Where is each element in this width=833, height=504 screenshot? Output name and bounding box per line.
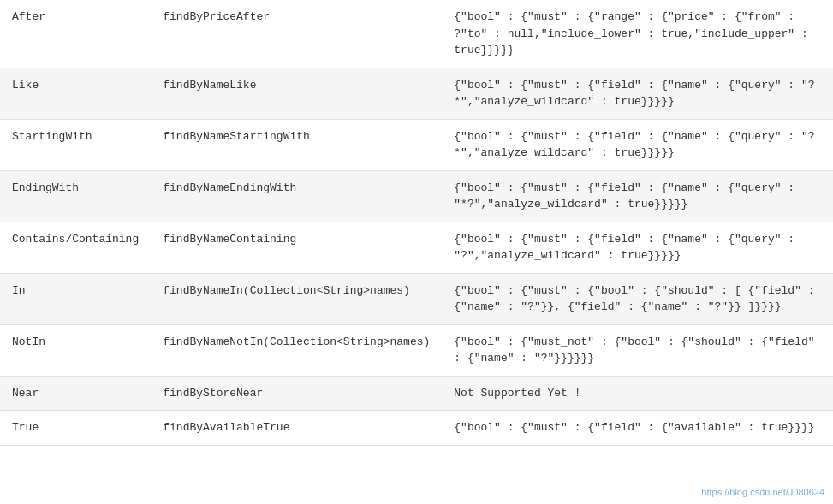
table-row: LikefindByNameLike{"bool" : {"must" : {"… xyxy=(0,68,833,119)
method-cell: findByNameEndingWith xyxy=(151,170,442,222)
keyword-cell: NotIn xyxy=(0,324,151,376)
keyword-cell: After xyxy=(0,0,151,68)
query-cell: Not Supported Yet ! xyxy=(442,376,833,411)
query-cell: {"bool" : {"must" : {"field" : {"name" :… xyxy=(442,222,833,273)
query-cell: {"bool" : {"must" : {"field" : {"availab… xyxy=(442,411,833,446)
query-cell: {"bool" : {"must" : {"bool" : {"should" … xyxy=(442,273,833,324)
table-row: TruefindByAvailableTrue{"bool" : {"must"… xyxy=(0,411,833,446)
method-cell: findByNameLike xyxy=(151,68,442,119)
query-cell: {"bool" : {"must" : {"field" : {"name" :… xyxy=(442,170,833,222)
keyword-cell: True xyxy=(0,411,151,446)
query-cell: {"bool" : {"must" : {"field" : {"name" :… xyxy=(442,119,833,170)
query-cell: {"bool" : {"must" : {"range" : {"price" … xyxy=(442,0,833,68)
table-row: AfterfindByPriceAfter{"bool" : {"must" :… xyxy=(0,0,833,68)
table-row: Contains/ContainingfindByNameContaining{… xyxy=(0,222,833,273)
keyword-cell: Near xyxy=(0,376,151,411)
keyword-cell: Contains/Containing xyxy=(0,222,151,273)
table-row: NotInfindByNameNotIn(Collection<String>n… xyxy=(0,324,833,376)
method-cell: findByNameContaining xyxy=(151,222,442,273)
table-row: StartingWithfindByNameStartingWith{"bool… xyxy=(0,119,833,170)
keyword-cell: Like xyxy=(0,68,151,119)
keyword-cell: EndingWith xyxy=(0,170,151,222)
watermark: https://blog.csdn.net/J080624 xyxy=(701,487,824,497)
method-cell: findByAvailableTrue xyxy=(151,411,442,446)
table-row: EndingWithfindByNameEndingWith{"bool" : … xyxy=(0,170,833,222)
table-row: InfindByNameIn(Collection<String>names){… xyxy=(0,273,833,324)
keyword-cell: StartingWith xyxy=(0,119,151,170)
reference-table: AfterfindByPriceAfter{"bool" : {"must" :… xyxy=(0,0,833,446)
query-cell: {"bool" : {"must" : {"field" : {"name" :… xyxy=(442,68,833,119)
method-cell: findByNameIn(Collection<String>names) xyxy=(151,273,442,324)
table-row: NearfindByStoreNearNot Supported Yet ! xyxy=(0,376,833,411)
method-cell: findByNameNotIn(Collection<String>names) xyxy=(151,324,442,376)
query-cell: {"bool" : {"must_not" : {"bool" : {"shou… xyxy=(442,324,833,376)
keyword-cell: In xyxy=(0,273,151,324)
main-container: AfterfindByPriceAfter{"bool" : {"must" :… xyxy=(0,0,833,504)
method-cell: findByNameStartingWith xyxy=(151,119,442,170)
method-cell: findByStoreNear xyxy=(151,376,442,411)
method-cell: findByPriceAfter xyxy=(151,0,442,68)
